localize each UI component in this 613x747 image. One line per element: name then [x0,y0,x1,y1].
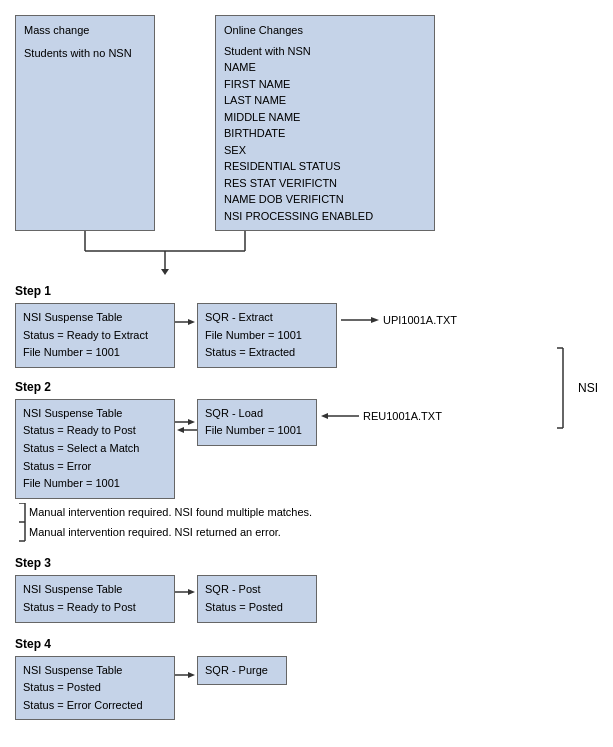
step1-right-line-2: Status = Extracted [205,344,329,362]
step4-arrow-svg [175,668,197,682]
online-line-6: SEX [224,142,426,159]
step-2-right-box: SQR - Load File Number = 1001 [197,399,317,446]
step2-left-line-1: Status = Ready to Post [23,422,167,440]
svg-marker-23 [188,589,195,595]
step1-upi-label: UPI1001A.TXT [383,314,457,326]
step2-note-1: Manual intervention required. NSI return… [29,523,598,543]
step2-arrow [175,399,197,437]
step2-left-line-4: File Number = 1001 [23,475,167,493]
online-changes-box: Online Changes Student with NSN NAME FIR… [215,15,435,231]
mass-change-title: Mass change [24,22,146,39]
step-3-row: NSI Suspense Table Status = Ready to Pos… [15,575,598,622]
step-2-section: Step 2 NSI Suspense Table Status = Ready… [15,380,598,543]
step1-right-line-0: SQR - Extract [205,309,329,327]
step1-arrow-svg [175,315,197,329]
svg-marker-6 [188,319,195,325]
step3-left-line-0: NSI Suspense Table [23,581,167,599]
step1-arrow [175,303,197,329]
step2-arrow-svg [175,415,197,437]
online-line-8: RES STAT VERIFICTN [224,175,426,192]
step-4-left-box: NSI Suspense Table Status = Posted Statu… [15,656,175,721]
step-1-row: NSI Suspense Table Status = Ready to Ext… [15,303,598,368]
step-3-section: Step 3 NSI Suspense Table Status = Ready… [15,556,598,622]
top-connector-area [15,231,598,276]
step3-left-line-1: Status = Ready to Post [23,599,167,617]
nsi-label-text: NSI [578,381,598,395]
diagram: Mass change Students with no NSN Online … [15,15,598,720]
mass-change-line-1: Students with no NSN [24,45,146,62]
step2-right-line-1: File Number = 1001 [205,422,309,440]
svg-marker-13 [188,419,195,425]
step2-right-line-0: SQR - Load [205,405,309,423]
top-row: Mass change Students with no NSN Online … [15,15,598,231]
step-4-row: NSI Suspense Table Status = Posted Statu… [15,656,598,721]
svg-marker-8 [371,317,379,323]
step1-right-line-1: File Number = 1001 [205,327,329,345]
step2-note-0: Manual intervention required. NSI found … [29,503,598,523]
step1-upi-arrow: UPI1001A.TXT [341,313,457,327]
step1-left-line-1: Status = Ready to Extract [23,327,167,345]
step-1-right-box: SQR - Extract File Number = 1001 Status … [197,303,337,368]
step-1-left-box: NSI Suspense Table Status = Ready to Ext… [15,303,175,368]
online-line-5: BIRTHDATE [224,125,426,142]
svg-marker-17 [321,413,328,419]
top-connector-svg [15,231,415,276]
svg-marker-4 [161,269,169,275]
online-line-3: LAST NAME [224,92,426,109]
step4-right-line-0: SQR - Purge [205,662,279,680]
online-line-7: RESIDENTIAL STATUS [224,158,426,175]
step4-left-line-1: Status = Posted [23,679,167,697]
step-1-label: Step 1 [15,284,598,298]
step1-left-line-0: NSI Suspense Table [23,309,167,327]
step-4-right-box: SQR - Purge [197,656,287,686]
step2-notes: Manual intervention required. NSI found … [29,503,598,543]
step-3-left-box: NSI Suspense Table Status = Ready to Pos… [15,575,175,622]
step4-left-line-2: Status = Error Corrected [23,697,167,715]
online-line-10: NSI PROCESSING ENABLED [224,208,426,225]
step2-notes-area: Manual intervention required. NSI found … [15,503,598,543]
step4-left-line-0: NSI Suspense Table [23,662,167,680]
step-4-label: Step 4 [15,637,598,651]
step1-left-line-2: File Number = 1001 [23,344,167,362]
step-2-left-box: NSI Suspense Table Status = Ready to Pos… [15,399,175,499]
step2-left-line-0: NSI Suspense Table [23,405,167,423]
step3-arrow-svg [175,585,197,599]
mass-change-box: Mass change Students with no NSN [15,15,155,231]
step-4-section: Step 4 NSI Suspense Table Status = Poste… [15,637,598,721]
step3-arrow [175,575,197,599]
step2-reu-label: REU1001A.TXT [363,410,442,422]
online-line-1: NAME [224,59,426,76]
step2-reu-arrow-svg [321,409,361,423]
online-line-0: Student with NSN [224,43,426,60]
step-2-row: NSI Suspense Table Status = Ready to Pos… [15,399,598,499]
svg-marker-15 [177,427,184,433]
step2-left-line-3: Status = Error [23,458,167,476]
online-changes-title: Online Changes [224,22,426,39]
step1-right-connector: UPI1001A.TXT [341,303,457,327]
step-1-section: Step 1 NSI Suspense Table Status = Ready… [15,284,598,368]
online-line-9: NAME DOB VERIFICTN [224,191,426,208]
step-2-label: Step 2 [15,380,598,394]
step2-reu-connector: REU1001A.TXT [321,399,442,423]
step1-upi-arrow-svg [341,313,381,327]
step2-bracket-svg [15,503,30,543]
step3-right-line-1: Status = Posted [205,599,309,617]
step3-right-line-0: SQR - Post [205,581,309,599]
online-line-4: MIDDLE NAME [224,109,426,126]
step4-arrow [175,656,197,682]
svg-marker-25 [188,672,195,678]
online-line-2: FIRST NAME [224,76,426,93]
step-3-label: Step 3 [15,556,598,570]
step-3-right-box: SQR - Post Status = Posted [197,575,317,622]
step2-left-line-2: Status = Select a Match [23,440,167,458]
